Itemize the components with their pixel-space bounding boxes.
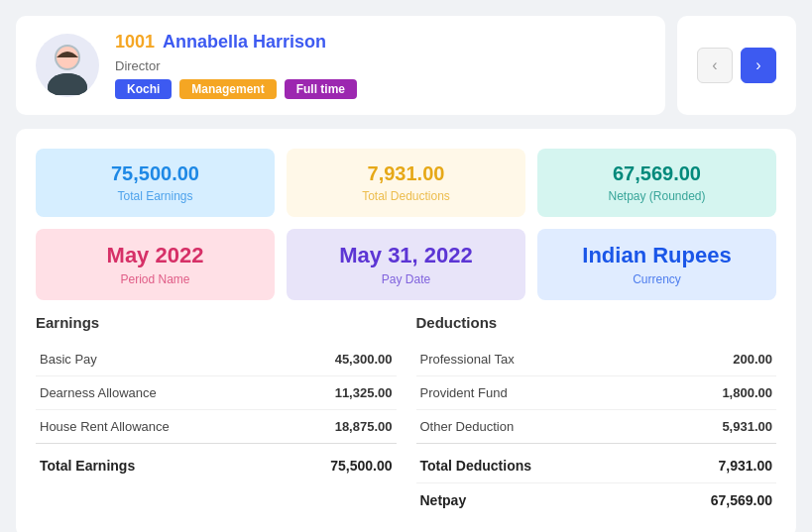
currency-box: Indian Rupees Currency <box>537 229 776 300</box>
earning-amount: 18,875.00 <box>275 410 396 444</box>
earnings-total-amount: 75,500.00 <box>275 444 396 483</box>
deductions-total-row: Total Deductions 7,931.00 <box>416 444 777 483</box>
employee-name: Annabella Harrison <box>163 32 326 53</box>
employee-info: 1001 Annabella Harrison Director Kochi M… <box>115 32 357 99</box>
earnings-row: House Rent Allowance18,875.00 <box>36 410 397 444</box>
next-button[interactable]: › <box>741 48 776 83</box>
employee-title: Director <box>115 58 357 73</box>
employee-card: 1001 Annabella Harrison Director Kochi M… <box>16 16 665 115</box>
deduction-amount: 1,800.00 <box>643 376 776 410</box>
period-name-value: May 2022 <box>46 243 265 268</box>
total-earnings-box: 75,500.00 Total Earnings <box>36 149 275 217</box>
earnings-section-title: Earnings <box>36 314 397 331</box>
summary-grid: 75,500.00 Total Earnings 7,931.00 Total … <box>36 149 776 300</box>
details-grid: Earnings Basic Pay45,300.00Dearness Allo… <box>36 314 776 517</box>
deductions-row: Provident Fund1,800.00 <box>416 376 777 410</box>
deductions-section: Deductions Professional Tax200.00Provide… <box>416 314 777 517</box>
chevron-left-icon: ‹ <box>712 56 717 74</box>
deduction-name: Professional Tax <box>416 343 644 376</box>
svg-point-3 <box>48 73 87 95</box>
earnings-section: Earnings Basic Pay45,300.00Dearness Allo… <box>36 314 397 517</box>
deductions-total-amount: 7,931.00 <box>643 444 776 483</box>
netpay-rounded-box: 67,569.00 Netpay (Rounded) <box>537 149 776 217</box>
badge-kochi: Kochi <box>115 79 172 99</box>
employee-id: 1001 <box>115 32 155 53</box>
netpay-rounded-value: 67,569.00 <box>547 162 766 185</box>
total-earnings-value: 75,500.00 <box>46 162 265 185</box>
deduction-name: Other Deduction <box>416 410 644 444</box>
earnings-row: Dearness Allowance11,325.00 <box>36 376 397 410</box>
earning-name: House Rent Allowance <box>36 410 275 444</box>
chevron-right-icon: › <box>755 56 760 74</box>
deductions-row: Other Deduction5,931.00 <box>416 410 777 444</box>
deduction-amount: 5,931.00 <box>643 410 776 444</box>
currency-label: Currency <box>547 272 766 286</box>
badge-fulltime: Full time <box>285 79 357 99</box>
earnings-total-row: Total Earnings 75,500.00 <box>36 444 397 483</box>
earning-amount: 45,300.00 <box>275 343 396 376</box>
avatar <box>36 34 99 97</box>
prev-button[interactable]: ‹ <box>697 48 733 83</box>
pay-date-value: May 31, 2022 <box>296 243 516 268</box>
pay-date-label: Pay Date <box>296 272 516 286</box>
main-card: 75,500.00 Total Earnings 7,931.00 Total … <box>16 129 796 532</box>
earning-name: Dearness Allowance <box>36 376 275 410</box>
earnings-total-label: Total Earnings <box>36 444 275 483</box>
currency-value: Indian Rupees <box>547 243 766 268</box>
total-deductions-label: Total Deductions <box>296 189 516 203</box>
period-name-label: Period Name <box>46 272 265 286</box>
total-earnings-label: Total Earnings <box>46 189 265 203</box>
earnings-table: Basic Pay45,300.00Dearness Allowance11,3… <box>36 343 397 482</box>
deductions-row: Professional Tax200.00 <box>416 343 777 376</box>
deductions-section-title: Deductions <box>416 314 777 331</box>
total-deductions-value: 7,931.00 <box>296 162 516 185</box>
total-deductions-box: 7,931.00 Total Deductions <box>287 149 525 217</box>
netpay-label: Netpay <box>416 483 644 518</box>
earning-name: Basic Pay <box>36 343 275 376</box>
netpay-row: Netpay 67,569.00 <box>416 483 777 518</box>
deductions-table: Professional Tax200.00Provident Fund1,80… <box>416 343 777 517</box>
pay-date-box: May 31, 2022 Pay Date <box>287 229 525 300</box>
earnings-row: Basic Pay45,300.00 <box>36 343 397 376</box>
deduction-name: Provident Fund <box>416 376 644 410</box>
deduction-amount: 200.00 <box>643 343 776 376</box>
badge-management: Management <box>179 79 276 99</box>
badge-group: Kochi Management Full time <box>115 79 357 99</box>
navigation-card: ‹ › <box>677 16 796 115</box>
netpay-amount: 67,569.00 <box>643 483 776 518</box>
netpay-rounded-label: Netpay (Rounded) <box>547 189 766 203</box>
period-name-box: May 2022 Period Name <box>36 229 275 300</box>
earning-amount: 11,325.00 <box>275 376 396 410</box>
deductions-total-label: Total Deductions <box>416 444 644 483</box>
